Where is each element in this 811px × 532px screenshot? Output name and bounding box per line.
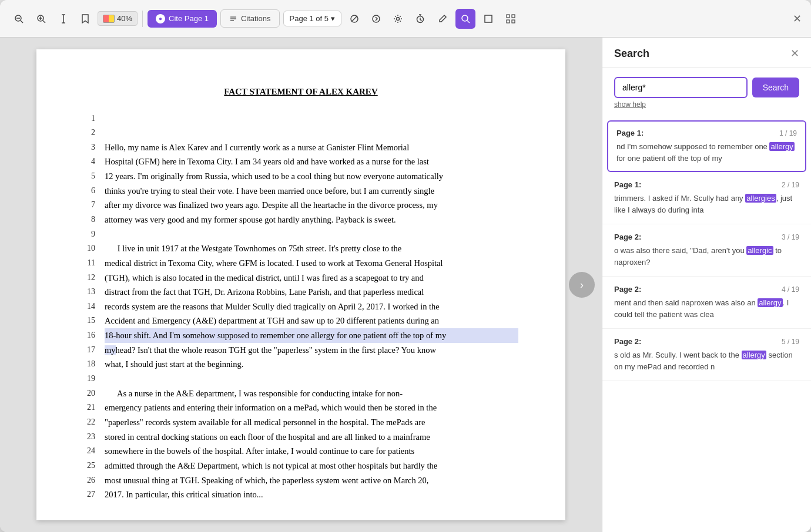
page-text: Page 1 of 5 <box>290 14 329 23</box>
next-page-arrow[interactable]: › <box>569 272 595 298</box>
cite-page-label: Cite Page 1 <box>169 14 209 23</box>
highlight-word-3: allergic <box>746 246 773 255</box>
pdf-viewer: FACT STATEMENT OF ALEX KAREV 1 2 3 <box>0 38 602 532</box>
line-number: 23 <box>83 430 95 444</box>
pen-button[interactable] <box>433 11 452 27</box>
result-page-4: Page 2: <box>614 285 641 294</box>
svg-line-4 <box>43 21 45 23</box>
toolbar: 40% ● Cite Page 1 Citations Page 1 of 5 … <box>0 0 811 38</box>
cite-page-button[interactable]: ● Cite Page 1 <box>148 10 217 28</box>
line-number: 5 <box>83 169 95 183</box>
line-number: 4 <box>83 154 95 169</box>
timer-button[interactable] <box>411 11 430 27</box>
line-number: 6 <box>83 184 95 198</box>
line-number: 20 <box>83 386 95 400</box>
grid-button[interactable] <box>501 11 520 27</box>
main-area: FACT STATEMENT OF ALEX KAREV 1 2 3 <box>0 38 811 532</box>
table-row: 26 most unusual thing at TGH. Speaking o… <box>83 473 518 488</box>
svg-line-14 <box>351 16 357 22</box>
line-number: 18 <box>83 357 95 371</box>
result-text-2: trimmers. I asked if Mr. Scully had any … <box>614 193 799 216</box>
search-panel-close-button[interactable]: ✕ <box>790 47 799 60</box>
table-row: 4 Hospital (GFM) here in Texoma City. I … <box>83 154 518 169</box>
line-number: 9 <box>83 227 95 241</box>
table-row: 24 somewhere in the bowels of the hospit… <box>83 444 518 459</box>
result-count-2: 2 / 19 <box>782 181 799 189</box>
table-row: 27 2017. In particular, this critical si… <box>83 487 518 502</box>
search-result-1[interactable]: Page 1: 1 / 19 nd I'm somehow supposed t… <box>607 120 806 172</box>
result-text-4: ment and then said naproxen was also an … <box>614 297 799 320</box>
zoom-out-button[interactable] <box>9 11 28 27</box>
search-field-wrapper: ⊗ <box>614 77 748 98</box>
close-window-button[interactable]: ✕ <box>793 12 802 25</box>
rect-button[interactable] <box>479 11 498 27</box>
line-number: 19 <box>83 372 95 386</box>
search-panel: Search ✕ ⊗ Search show help Page 1: <box>602 38 811 532</box>
line-number: 25 <box>83 459 95 473</box>
fit-page-button[interactable] <box>54 11 73 27</box>
line-number: 12 <box>83 271 95 285</box>
page-indicator[interactable]: Page 1 of 5 ▾ <box>283 11 342 26</box>
table-row: 12 (TGH), which is also located in the m… <box>83 271 518 285</box>
table-row: 17 myhead? Isn't that the whole reason T… <box>83 343 518 358</box>
table-row: 19 <box>83 372 518 386</box>
line-number: 13 <box>83 285 95 299</box>
line-number: 14 <box>83 299 95 314</box>
result-count-1: 1 / 19 <box>779 129 797 137</box>
search-result-3[interactable]: Page 2: 3 / 19 o was also there said, "D… <box>602 224 811 277</box>
zoom-value: 40% <box>117 14 132 23</box>
line-number: 21 <box>83 400 95 415</box>
table-row: 11 medical district in Texoma City, wher… <box>83 256 518 271</box>
table-row: 23 stored in central docking stations on… <box>83 430 518 445</box>
result-text-1: nd I'm somehow supposed to remember one … <box>616 141 797 164</box>
svg-line-21 <box>467 21 470 23</box>
highlight-word-2: allergies <box>745 194 776 203</box>
settings-button[interactable] <box>388 11 407 27</box>
clear-search-button[interactable]: ⊗ <box>743 83 748 92</box>
zoom-in-button[interactable] <box>32 11 51 27</box>
search-result-4[interactable]: Page 2: 4 / 19 ment and then said naprox… <box>602 277 811 329</box>
table-row: 8 attorney was very good and my former s… <box>83 213 518 227</box>
line-number: 17 <box>83 343 95 357</box>
pdf-page: FACT STATEMENT OF ALEX KAREV 1 2 3 <box>36 49 565 520</box>
svg-point-15 <box>373 15 380 22</box>
result-header-3: Page 2: 3 / 19 <box>614 233 799 241</box>
line-number: 8 <box>83 213 95 227</box>
result-text-3: o was also there said, "Dad, aren't you … <box>614 245 799 268</box>
citations-label: Citations <box>241 14 271 23</box>
table-row: 5 12 years. I'm originally from Russia, … <box>83 169 518 184</box>
result-header-2: Page 1: 2 / 19 <box>614 180 799 189</box>
line-number: 7 <box>83 198 95 212</box>
svg-rect-24 <box>512 15 515 18</box>
table-row: 15 Accident and Emergency (A&E) departme… <box>83 314 518 328</box>
line-number: 1 <box>83 112 95 126</box>
nav-next-button[interactable] <box>367 11 385 26</box>
search-result-5[interactable]: Page 2: 5 / 19 s old as Mr. Scully. I we… <box>602 329 811 381</box>
color-swatch <box>103 15 115 23</box>
search-input[interactable] <box>615 78 743 97</box>
result-header-5: Page 2: 5 / 19 <box>614 337 799 346</box>
restrict-button[interactable] <box>345 11 364 27</box>
search-execute-button[interactable]: Search <box>752 78 799 97</box>
table-row: 6 thinks you're trying to steal their vo… <box>83 184 518 198</box>
search-results: Page 1: 1 / 19 nd I'm somehow supposed t… <box>602 116 811 532</box>
search-input-row: ⊗ Search <box>614 77 799 98</box>
table-row: 7 after my divorce was finalized two yea… <box>83 198 518 213</box>
citations-button[interactable]: Citations <box>220 9 280 28</box>
pdf-title: FACT STATEMENT OF ALEX KAREV <box>83 85 518 100</box>
show-help-link[interactable]: show help <box>614 98 646 111</box>
search-result-2[interactable]: Page 1: 2 / 19 trimmers. I asked if Mr. … <box>602 172 811 224</box>
table-row: 10 I live in unit 1917 at the Westgate T… <box>83 241 518 256</box>
line-number: 24 <box>83 444 95 458</box>
svg-rect-23 <box>507 15 510 18</box>
svg-rect-22 <box>485 15 492 22</box>
svg-line-1 <box>21 21 23 23</box>
bookmark-button[interactable] <box>76 11 94 27</box>
search-panel-title: Search <box>614 48 649 60</box>
line-number: 15 <box>83 314 95 328</box>
svg-rect-25 <box>507 20 510 23</box>
search-toggle-button[interactable] <box>455 9 475 29</box>
table-row: 25 admitted through the A&E Department, … <box>83 459 518 473</box>
result-count-4: 4 / 19 <box>782 285 799 294</box>
search-panel-header: Search ✕ <box>602 38 811 68</box>
